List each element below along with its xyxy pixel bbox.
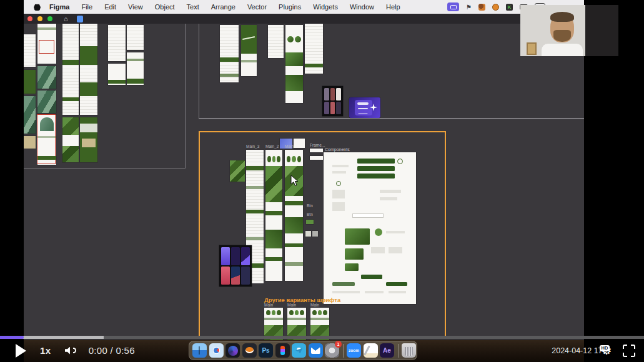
design-frame[interactable] — [37, 66, 56, 89]
btn-label[interactable]: Btn — [307, 203, 313, 208]
menu-help[interactable]: Help — [386, 3, 400, 11]
frame-main[interactable] — [285, 150, 303, 281]
small-frame[interactable] — [310, 149, 323, 152]
minimize-window-button[interactable] — [37, 16, 42, 21]
hd-badge: HD — [600, 345, 610, 351]
frame-content — [82, 139, 96, 147]
design-frame[interactable] — [127, 52, 144, 85]
status-browser-icon[interactable] — [492, 4, 499, 11]
design-frame[interactable] — [268, 25, 284, 58]
variant-frame-label[interactable]: Main — [287, 303, 296, 307]
frame-content — [295, 36, 301, 42]
design-frame[interactable] — [24, 96, 36, 134]
thumbnail-frame[interactable] — [294, 139, 305, 148]
purple-cover-frame[interactable] — [349, 97, 380, 118]
volume-button[interactable] — [65, 347, 76, 355]
status-app-icon[interactable] — [478, 4, 485, 11]
frame-label-components[interactable]: Components — [325, 147, 350, 152]
frame-content — [287, 318, 306, 320]
design-frame[interactable] — [24, 136, 36, 149]
frame-label-main-3[interactable]: Main_3 — [246, 144, 259, 149]
menu-widgets[interactable]: Widgets — [313, 3, 338, 11]
seek-bar[interactable] — [0, 336, 644, 339]
frame-main-2[interactable] — [265, 150, 282, 281]
frame-content — [62, 135, 79, 146]
menu-edit[interactable]: Edit — [104, 3, 116, 11]
screen-share-indicator-icon[interactable] — [447, 2, 459, 11]
design-frame[interactable] — [241, 25, 257, 76]
design-frame[interactable] — [24, 70, 36, 94]
component-image-card — [345, 263, 359, 271]
menu-plugins[interactable]: Plugins — [279, 3, 301, 11]
variant-frame-label[interactable]: Main — [310, 303, 319, 307]
frame-content — [285, 217, 303, 233]
figma-home-icon[interactable]: ⌂ — [64, 14, 68, 23]
component-box — [332, 202, 345, 211]
frame-label-main[interactable]: Main — [285, 144, 294, 149]
swatch-light[interactable] — [305, 231, 311, 237]
frame-content — [285, 201, 303, 205]
frame-label-truncated[interactable]: Frame... — [310, 143, 325, 147]
frame-content — [241, 60, 257, 62]
frame-content — [40, 117, 54, 131]
frame-content — [287, 36, 294, 42]
design-frame[interactable] — [285, 25, 303, 103]
close-window-button[interactable] — [27, 16, 32, 21]
frame-content — [246, 166, 264, 170]
component-row — [386, 231, 405, 233]
frame-content — [265, 257, 282, 261]
font-variants-title[interactable]: Другие варианты шрифта — [264, 296, 340, 303]
playback-speed-button[interactable]: 1x — [40, 345, 51, 356]
design-frame[interactable] — [127, 25, 144, 50]
apple-logo-icon[interactable] — [34, 3, 41, 11]
design-frame[interactable] — [108, 64, 126, 85]
components-sheet[interactable] — [324, 152, 416, 304]
design-frame[interactable] — [62, 22, 79, 115]
top-section-border-left — [199, 24, 199, 119]
player-controls-right: 2024-04-12 17:2 ⚙ HD — [552, 339, 635, 362]
quality-settings-button[interactable]: ⚙ HD — [599, 343, 614, 358]
frame-content — [265, 230, 282, 248]
menu-object[interactable]: Object — [155, 3, 175, 11]
design-frame[interactable] — [24, 34, 36, 67]
design-frame[interactable] — [108, 25, 126, 61]
design-frame[interactable] — [37, 115, 56, 165]
small-frame[interactable] — [310, 156, 323, 160]
macos-menu-bar: Figma File Edit View Object Text Arrange… — [24, 0, 584, 14]
menu-figma[interactable]: Figma — [49, 3, 69, 11]
status-flag-icon[interactable]: ⚑ — [466, 4, 472, 11]
component-button — [386, 282, 407, 286]
menu-view[interactable]: View — [128, 3, 143, 11]
frame-label-main-2[interactable]: Main_2 — [265, 144, 279, 149]
component-row — [332, 291, 360, 293]
variant-frame-label[interactable]: Main — [264, 303, 273, 307]
component-box — [332, 190, 345, 198]
design-frame[interactable] — [80, 22, 97, 115]
design-frame[interactable] — [37, 22, 56, 64]
design-frame[interactable] — [80, 117, 97, 162]
swatch-green[interactable] — [306, 220, 314, 224]
phone-mockups-board[interactable] — [219, 245, 252, 286]
menu-vector[interactable]: Vector — [247, 3, 267, 11]
play-button[interactable] — [16, 344, 26, 358]
menu-arrange[interactable]: Arrange — [211, 3, 235, 11]
menu-window[interactable]: Window — [350, 3, 374, 11]
design-frame[interactable] — [220, 25, 239, 82]
component-avatar — [375, 228, 382, 236]
component-icon — [336, 181, 341, 186]
status-utility-icon[interactable]: K — [506, 4, 513, 11]
phone-mockups-board[interactable] — [322, 86, 343, 116]
design-frame[interactable] — [230, 160, 245, 182]
design-frame[interactable] — [305, 24, 323, 74]
frame-content — [80, 124, 97, 132]
menu-file[interactable]: File — [81, 3, 92, 11]
menu-text[interactable]: Text — [187, 3, 199, 11]
design-frame[interactable] — [62, 117, 79, 162]
swatch-gray[interactable] — [312, 231, 318, 237]
btn-label[interactable]: Btn — [307, 212, 313, 217]
fullscreen-button[interactable] — [623, 345, 635, 357]
zoom-window-button[interactable] — [47, 16, 52, 21]
figma-file-tab-icon[interactable] — [77, 16, 83, 22]
frame-content — [305, 64, 323, 67]
design-frame[interactable] — [37, 90, 56, 113]
